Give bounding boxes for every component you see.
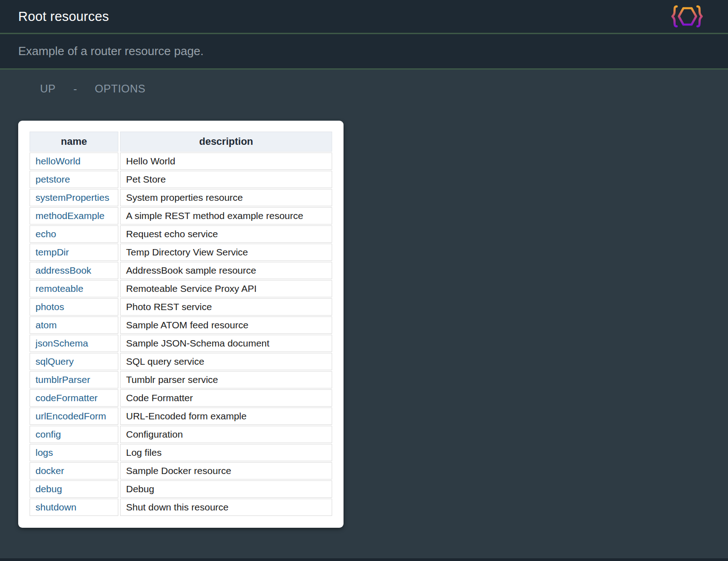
table-row: petstorePet Store (30, 171, 332, 188)
table-row: logsLog files (30, 444, 332, 461)
resource-name-cell: docker (30, 462, 118, 479)
table-row: configConfiguration (30, 426, 332, 443)
resource-description: Shut down this resource (120, 499, 332, 516)
resource-description: Tumblr parser service (120, 371, 332, 388)
resources-card: name description helloWorldHello Worldpe… (18, 121, 344, 528)
table-row: debugDebug (30, 480, 332, 498)
resource-name-cell: petstore (30, 171, 118, 188)
resource-name-cell: logs (30, 444, 118, 461)
table-row: jsonSchemaSample JSON-Schema document (30, 335, 332, 352)
resource-link[interactable]: tumblrParser (35, 374, 90, 385)
resource-link[interactable]: echo (35, 229, 56, 239)
resource-description: System properties resource (120, 189, 332, 206)
resource-link[interactable]: systemProperties (35, 192, 109, 203)
resource-name-cell: methodExample (30, 207, 118, 224)
top-header: Root resources (0, 0, 728, 34)
table-row: tumblrParserTumblr parser service (30, 371, 332, 388)
resources-table-body: helloWorldHello WorldpetstorePet Storesy… (30, 153, 332, 516)
resource-description: Sample Docker resource (120, 462, 332, 479)
resource-link[interactable]: codeFormatter (35, 393, 98, 403)
resource-description: Temp Directory View Service (120, 244, 332, 261)
resource-name-cell: helloWorld (30, 153, 118, 170)
resource-description: Remoteable Service Proxy API (120, 280, 332, 297)
resource-link[interactable]: petstore (35, 174, 70, 184)
resource-link[interactable]: urlEncodedForm (35, 411, 106, 421)
table-row: codeFormatterCode Formatter (30, 389, 332, 407)
resource-name-cell: debug (30, 480, 118, 498)
resource-name-cell: codeFormatter (30, 389, 118, 407)
subheader-text: Example of a router resource page. (18, 44, 204, 58)
resource-description: Photo REST service (120, 298, 332, 316)
resource-description: Sample JSON-Schema document (120, 335, 332, 352)
column-header-description: description (120, 132, 332, 152)
resource-description: Configuration (120, 426, 332, 443)
resource-name-cell: tumblrParser (30, 371, 118, 388)
resource-link[interactable]: photos (35, 301, 64, 312)
resource-description: URL-Encoded form example (120, 408, 332, 425)
table-row: urlEncodedFormURL-Encoded form example (30, 408, 332, 425)
resource-name-cell: systemProperties (30, 189, 118, 206)
nav-up-link[interactable]: UP (40, 82, 56, 95)
resource-nav: UP - OPTIONS (40, 81, 728, 97)
table-row: helloWorldHello World (30, 153, 332, 170)
resource-description: AddressBook sample resource (120, 262, 332, 279)
resource-description: Hello World (120, 153, 332, 170)
resource-link[interactable]: atom (35, 320, 57, 330)
resource-name-cell: sqlQuery (30, 353, 118, 370)
resource-link[interactable]: debug (35, 484, 62, 494)
resource-link[interactable]: tempDir (35, 247, 69, 257)
resource-link[interactable]: helloWorld (35, 156, 81, 166)
resource-name-cell: config (30, 426, 118, 443)
table-row: addressBookAddressBook sample resource (30, 262, 332, 279)
resource-name-cell: remoteable (30, 280, 118, 297)
resource-description: Code Formatter (120, 389, 332, 407)
nav-options-link[interactable]: OPTIONS (95, 82, 146, 95)
table-row: photosPhoto REST service (30, 298, 332, 316)
resource-name-cell: tempDir (30, 244, 118, 261)
resource-link[interactable]: logs (35, 447, 53, 458)
resource-link[interactable]: config (35, 429, 61, 439)
braces-hexagon-icon (671, 5, 703, 28)
resource-name-cell: addressBook (30, 262, 118, 279)
table-row: tempDirTemp Directory View Service (30, 244, 332, 261)
table-row: atomSample ATOM feed resource (30, 316, 332, 334)
resource-name-cell: atom (30, 316, 118, 334)
resource-link[interactable]: shutdown (35, 502, 76, 512)
resource-link[interactable]: remoteable (35, 283, 83, 294)
table-row: sqlQuerySQL query service (30, 353, 332, 370)
resource-description: SQL query service (120, 353, 332, 370)
resource-name-cell: jsonSchema (30, 335, 118, 352)
page-title: Root resources (18, 9, 109, 24)
resource-link[interactable]: methodExample (35, 210, 105, 221)
resource-description: Request echo service (120, 225, 332, 243)
table-row: systemPropertiesSystem properties resour… (30, 189, 332, 206)
resource-link[interactable]: addressBook (35, 265, 91, 275)
subheader-bar: Example of a router resource page. (0, 34, 728, 70)
main-content: UP - OPTIONS name description helloWorld… (0, 70, 728, 528)
table-row: remoteableRemoteable Service Proxy API (30, 280, 332, 297)
resource-description: Debug (120, 480, 332, 498)
resource-description: Sample ATOM feed resource (120, 316, 332, 334)
table-row: dockerSample Docker resource (30, 462, 332, 479)
footer-strip (0, 558, 728, 561)
resource-name-cell: shutdown (30, 499, 118, 516)
column-header-name: name (30, 132, 118, 152)
resource-description: A simple REST method example resource (120, 207, 332, 224)
resource-name-cell: photos (30, 298, 118, 316)
resource-name-cell: urlEncodedForm (30, 408, 118, 425)
table-row: echoRequest echo service (30, 225, 332, 243)
resources-table-header: name description (30, 132, 332, 152)
resource-name-cell: echo (30, 225, 118, 243)
resource-link[interactable]: docker (35, 465, 64, 476)
resource-link[interactable]: sqlQuery (35, 356, 74, 367)
nav-separator: - (73, 82, 77, 95)
table-row: shutdownShut down this resource (30, 499, 332, 516)
resources-table: name description helloWorldHello Worldpe… (28, 131, 334, 517)
resource-link[interactable]: jsonSchema (35, 338, 88, 348)
brand-logo-link[interactable] (671, 5, 703, 28)
table-row: methodExampleA simple REST method exampl… (30, 207, 332, 224)
resource-description: Pet Store (120, 171, 332, 188)
resource-description: Log files (120, 444, 332, 461)
